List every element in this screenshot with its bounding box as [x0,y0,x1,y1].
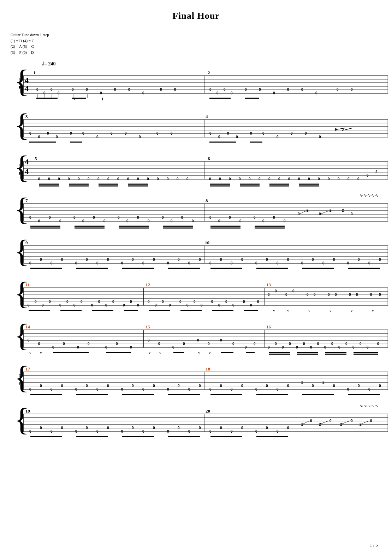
svg-text:0: 0 [177,177,179,181]
svg-text:0: 0 [285,293,287,297]
system-8: { T A B 17 18 0 0 0 0 0 0 0 0 0 0 [11,367,381,402]
vibrato-1: ∿∿∿∿∿ [360,193,379,198]
svg-text:0: 0 [148,338,150,342]
system-9-svg: ∿∿∿∿∿ { 19 20 0 0 0 0 0 0 0 0 0 0 0 [20,409,388,444]
svg-text:0: 0 [277,387,279,391]
svg-text:0: 0 [335,293,337,297]
svg-text:2: 2 [375,170,378,174]
svg-text:2: 2 [340,422,342,426]
system-8-svg: { T A B 17 18 0 0 0 0 0 0 0 0 0 0 [20,367,388,401]
svg-text:0: 0 [318,177,320,181]
svg-text:0: 0 [66,300,69,304]
note-1-4: 0 [58,91,60,95]
svg-text:0: 0 [38,135,40,139]
svg-text:v: v [198,350,200,355]
svg-text:0: 0 [75,430,77,433]
svg-text:0: 0 [186,177,189,181]
svg-text:0: 0 [277,261,279,265]
svg-text:0: 0 [301,261,303,265]
svg-text:0: 0 [38,177,40,181]
svg-text:0: 0 [231,430,233,433]
svg-text:0: 0 [345,342,348,346]
svg-text:0: 0 [73,216,76,220]
svg-text:0: 0 [241,426,243,430]
system-9: ∿∿∿∿∿ { 19 20 0 0 0 0 0 0 0 0 0 0 0 [11,409,381,446]
svg-text:0: 0 [220,426,222,430]
svg-text:0: 0 [229,216,231,220]
system-7: { 14 15 16 0 0 0 0 0 0 0 0 0 v [11,325,381,360]
svg-text:0: 0 [312,384,314,388]
svg-text:0: 0 [29,387,31,391]
svg-text:0: 0 [137,216,139,220]
svg-text:0: 0 [132,258,134,262]
svg-text:0: 0 [250,132,252,135]
tab-label-3: B [19,86,22,90]
svg-text:0: 0 [229,177,231,181]
svg-text:0: 0 [259,177,261,181]
system-5: { 9 10 0 0 0 0 0 0 0 0 0 0 0 0 0 [11,241,381,276]
measure-5: 5 [35,156,37,161]
measure-8: 8 [206,198,208,203]
svg-text:0: 0 [209,261,212,265]
measure-1: 1 [33,70,36,75]
svg-text:0: 0 [162,300,164,304]
svg-text:0: 0 [291,132,293,135]
svg-text:0: 0 [351,212,353,216]
svg-line-36 [345,128,352,130]
svg-text:0: 0 [130,345,132,349]
svg-text:B: B [19,171,22,176]
svg-text:0: 0 [266,426,268,430]
svg-text:0: 0 [105,303,107,307]
svg-text:0: 0 [199,426,201,430]
svg-text:0: 0 [86,258,88,262]
svg-text:0: 0 [218,219,220,223]
svg-text:0: 0 [158,342,160,346]
svg-text:0: 0 [121,261,123,265]
svg-text:0: 0 [142,430,144,433]
svg-text:2: 2 [301,380,303,384]
svg-text:0: 0 [268,345,270,349]
svg-text:4: 4 [25,157,29,166]
svg-text:0: 0 [148,300,150,304]
svg-text:0: 0 [48,177,50,181]
note-2-8: 0 [287,88,289,92]
svg-text:0: 0 [171,219,173,223]
svg-text:0: 0 [368,387,370,391]
tab-label-1: T [19,77,21,81]
svg-text:v: v [29,350,31,355]
svg-text:0: 0 [58,177,60,181]
measure-4: 4 [206,114,208,119]
system-3-svg: { T A B 4 4 5 6 0 0 0 0 0 0 0 [20,157,388,190]
svg-text:0: 0 [96,430,99,433]
svg-text:0: 0 [51,387,53,391]
measure-6: 6 [208,156,210,161]
system-2: { 3 4 0 0 0 0 0 0 0 0 0 0 0 0 [11,115,381,150]
svg-text:0: 0 [47,132,49,135]
svg-text:0: 0 [379,293,381,297]
svg-text:0: 0 [358,258,360,262]
system-5-svg: { 9 10 0 0 0 0 0 0 0 0 0 0 0 0 0 [20,241,388,274]
svg-text:0: 0 [319,135,321,139]
svg-text:0: 0 [52,345,54,349]
svg-text:0: 0 [241,384,243,388]
svg-text:v: v [351,308,353,312]
measure-16: 16 [266,324,271,329]
svg-text:0: 0 [167,387,169,391]
svg-text:2: 2 [360,422,362,426]
svg-text:0: 0 [220,384,222,388]
svg-text:0: 0 [266,258,268,262]
svg-text:0: 0 [75,387,77,391]
svg-text:0: 0 [132,384,134,388]
svg-text:0: 0 [183,342,185,346]
svg-text:2: 2 [329,209,332,212]
svg-text:0: 0 [162,216,164,220]
svg-text:0: 0 [82,219,84,223]
system-1: ♩= 240 { T A B 4 4 1 2 [11,71,381,107]
svg-text:0: 0 [29,261,31,265]
note-2-3: 0 [224,88,226,92]
svg-text:0: 0 [188,430,190,433]
system-4-svg: ∿∿∿∿∿ { 7 8 0 0 0 0 0 0 0 0 0 0 0 0 [20,199,388,232]
measure-11: 11 [25,282,30,287]
svg-text:0: 0 [338,345,340,349]
svg-text:0: 0 [28,338,30,342]
